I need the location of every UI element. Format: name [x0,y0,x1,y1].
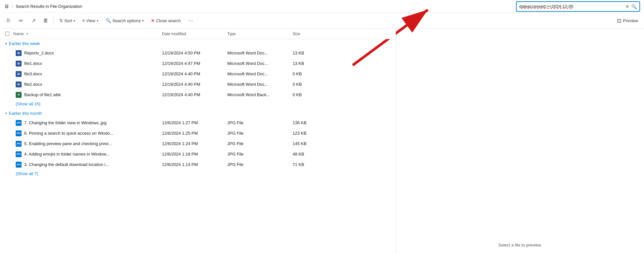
column-headers: Name ▾ Date modified Type Size [0,29,396,39]
view-label: View [86,18,95,23]
jpg-file-icon: JPG [16,130,22,136]
group-label-this-week: Earlier this week [9,41,40,46]
rename-button[interactable]: ✏ [15,14,27,28]
col-header-date[interactable]: Date modified [162,32,227,36]
file-name-cell: W file2.docx [5,82,162,87]
jpg-file-icon: JPG [16,120,22,126]
table-row[interactable]: W Reportv_2.docx 12/19/2024 4:50 PM Micr… [0,48,396,58]
group-label-this-month: Earlier this month [9,111,42,116]
share-button[interactable]: ↗ [27,14,39,28]
file-date: 12/6/2024 1:25 PM [162,131,227,136]
jpg-file-icon: JPG [16,162,22,168]
sort-label: Sort [64,18,72,23]
show-all-week-link[interactable]: (Show all 15) [0,100,396,109]
search-options-icon: 🔍 [105,18,111,23]
group-earlier-this-month: ▾ Earlier this month JPG 7. Changing the… [0,109,396,179]
preview-button[interactable]: ⊡ Preview [614,16,641,25]
close-search-icon: ✕ [151,18,155,23]
monitor-icon: 🖥 [4,4,9,9]
sort-chevron-icon: ▾ [73,19,75,22]
toolbar: ⎘ ✏ ↗ 🗑 ⇅ Sort ▾ ≡ View ▾ 🔍 Search optio… [0,13,644,29]
file-name-cell: W file1.docx [5,61,162,67]
file-name: file3.docx [24,71,42,76]
file-size: 13 KB [293,61,325,66]
search-options-button[interactable]: 🔍 Search options ▾ [102,14,147,28]
file-size: 123 KB [293,131,325,136]
file-type: Microsoft Word Back... [227,92,293,97]
table-row[interactable]: JPG 4. Adding emojis in folder names in … [0,149,396,159]
copy-button[interactable]: ⎘ [3,14,14,28]
file-type: Microsoft Word Doc... [227,82,293,87]
file-date: 12/19/2024 4:40 PM [162,71,227,76]
preview-label: Preview [623,18,638,23]
file-name: Reportv_2.docx [24,51,54,55]
table-row[interactable]: W file1.docx 12/19/2024 4:47 PM Microsof… [0,58,396,69]
share-icon: ↗ [31,18,36,24]
file-type: Microsoft Word Doc... [227,61,293,66]
file-name-cell: W Reportv_2.docx [5,50,162,56]
file-date: 12/19/2024 4:50 PM [162,51,227,55]
table-row[interactable]: W file2.docx 12/19/2024 4:40 PM Microsof… [0,79,396,90]
file-name: Backup of file1.wbk [24,92,61,97]
delete-icon: 🗑 [43,18,48,23]
file-size: 48 KB [293,152,325,157]
table-row[interactable]: JPG 7. Changing the folder view in Windo… [0,118,396,128]
file-date: 12/6/2024 1:18 PM [162,152,227,157]
preview-select-text: Select a file to preview. [498,243,542,247]
file-name: file1.docx [24,61,42,66]
group-header-this-month[interactable]: ▾ Earlier this month [0,109,396,118]
file-type: JPG File [227,152,293,157]
file-size: 13 KB [293,51,325,55]
file-size: 0 KB [293,82,325,87]
file-type: JPG File [227,120,293,125]
search-box[interactable]: ✕ 🔍 [516,1,640,12]
file-type: JPG File [227,162,293,167]
table-row[interactable]: JPG 5. Enabling preview pane and checkin… [0,139,396,149]
view-button[interactable]: ≡ View ▾ [79,14,102,28]
file-list: Name ▾ Date modified Type Size ▾ Earlier… [0,29,396,254]
breadcrumb-chevron: › [12,4,13,9]
show-all-month-link[interactable]: (Show all 7) [0,170,396,179]
search-options-chevron-icon: ▾ [142,19,144,22]
col-header-type[interactable]: Type [227,32,293,36]
window-title: Search Results in File Organization [16,4,82,9]
copy-icon: ⎘ [7,18,10,23]
file-name-cell: JPG 6. Pinning a search to quick access … [5,130,162,136]
group-header-this-week[interactable]: ▾ Earlier this week [0,39,396,48]
word-doc-icon: W [16,71,22,77]
search-options-label: Search options [112,18,141,23]
file-size: 0 KB [293,71,325,76]
file-size: 145 KB [293,141,325,146]
word-doc-icon: W [16,50,22,56]
sort-icon: ⇅ [59,18,63,23]
more-options-button[interactable]: ··· [185,14,197,28]
table-row[interactable]: W Backup of file1.wbk 12/19/2024 4:40 PM… [0,90,396,100]
more-icon: ··· [188,17,193,24]
separator-1 [54,16,54,25]
col-header-size[interactable]: Size [293,32,325,36]
col-header-name[interactable]: Name ▾ [5,32,162,36]
file-name-cell: JPG 4. Adding emojis in folder names in … [5,151,162,157]
file-name: 3. Changing the default download locatio… [24,162,109,167]
preview-pane: Select a file to preview. [396,29,644,254]
delete-button[interactable]: 🗑 [40,14,52,28]
file-type: JPG File [227,141,293,146]
file-date: 12/6/2024 1:14 PM [162,162,227,167]
search-clear-icon[interactable]: ✕ [625,4,629,9]
table-row[interactable]: W file3.docx 12/19/2024 4:40 PM Microsof… [0,69,396,79]
select-all-checkbox[interactable] [5,32,9,36]
file-name: 5. Enabling preview pane and checking pr… [24,141,112,146]
search-input[interactable] [519,4,624,9]
file-date: 12/19/2024 4:47 PM [162,61,227,66]
file-name-cell: W Backup of file1.wbk [5,92,162,98]
preview-icon: ⊡ [617,18,621,24]
table-row[interactable]: JPG 6. Pinning a search to quick access … [0,128,396,139]
search-icon[interactable]: 🔍 [631,4,637,9]
group-chevron-icon: ▾ [5,112,7,115]
file-type: Microsoft Word Doc... [227,71,293,76]
file-name-cell: JPG 7. Changing the folder view in Windo… [5,120,162,126]
sort-button[interactable]: ⇅ Sort ▾ [56,14,78,28]
close-search-button[interactable]: ✕ Close search [148,14,184,28]
file-area: Name ▾ Date modified Type Size ▾ Earlier… [0,29,644,254]
table-row[interactable]: JPG 3. Changing the default download loc… [0,159,396,170]
